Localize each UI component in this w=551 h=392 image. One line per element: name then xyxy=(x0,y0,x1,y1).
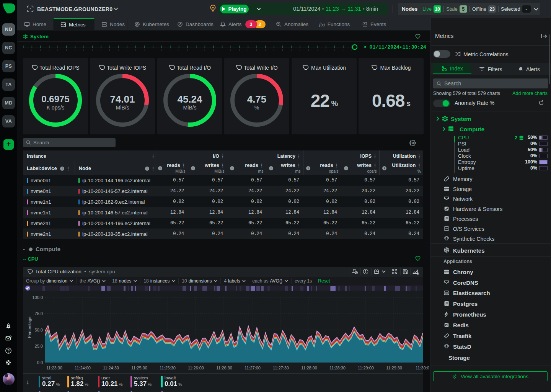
svg-text:OS: OS xyxy=(445,292,448,294)
svg-text:OS: OS xyxy=(445,227,448,230)
